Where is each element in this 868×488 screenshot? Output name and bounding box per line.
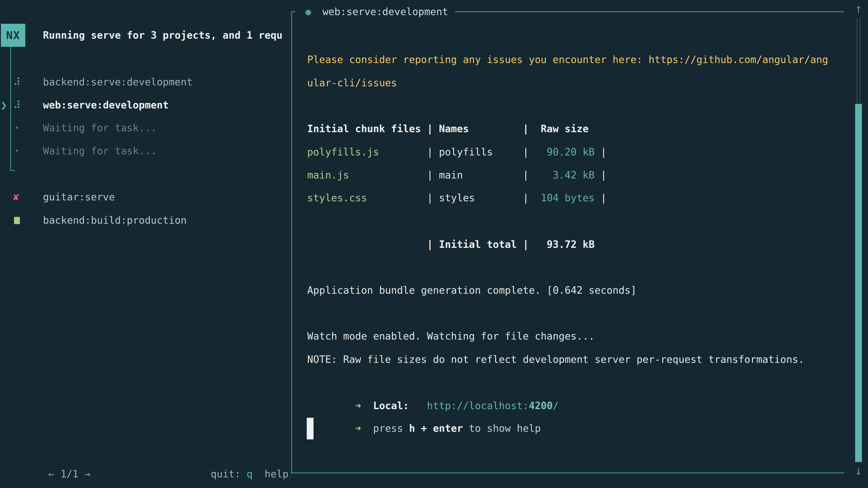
task-label: guitar:serve [43,186,115,208]
task-label: Waiting for task... [43,139,157,162]
nx-tui-screen: NX Running serve for 3 projects, and 1 r… [0,0,868,488]
bundle-complete-line: Application bundle generation complete. … [307,279,637,302]
pager: ←1/1→ [12,440,90,462]
chunk-table-header-text: Initial chunk files | Names | Raw size [307,123,589,134]
watch-mode-line: Watch mode enabled. Watching for file ch… [307,325,595,348]
local-url-line: ➜ Local: http://localhost:4200/ [307,371,559,394]
quit-hint-label: quit: [211,468,247,480]
scrollbar-thumb[interactable] [855,104,862,462]
help-key-combo: h + enter [409,422,463,434]
task-sidebar: NX Running serve for 3 projects, and 1 r… [0,0,291,488]
chunk-name: styles [439,192,523,203]
chunk-file-name: polyfills.js [307,146,427,158]
chunk-name: main [439,169,523,181]
column-separator: | [427,169,439,181]
nx-logo: NX [1,24,25,47]
selected-pointer-icon: ❯ [1,94,7,117]
running-status-icon: ● [305,0,311,23]
spinner-icon: ⠼ [13,94,21,117]
chunk-table-header: Initial chunk files | Names | Raw size [307,117,589,140]
task-item[interactable]: backend:build:production [0,209,291,232]
chunk-file-name: styles.css [307,192,427,203]
chunk-raw-size: 3.42 kB [535,169,595,181]
chunk-file-name: main.js [307,169,427,181]
scrollbar-up-icon[interactable]: ↑ [851,0,866,17]
column-separator: | [523,169,535,181]
page-indicator: 1/1 [60,468,78,480]
chunk-raw-size: 104 bytes [535,192,595,203]
issue-notice-line-2: ular-cli/issues [307,71,397,94]
scrollbar-down-icon[interactable]: ↓ [851,463,866,479]
column-separator: | [523,192,535,203]
indent [343,422,355,434]
gap [361,422,373,434]
pager-prev-icon[interactable]: ← [49,468,55,480]
quit-key: q [247,468,253,480]
keyboard-hints: quit: q help: ? [175,440,291,462]
cross-icon: ✘ [13,186,19,208]
issue-notice-line-1: Please consider reporting any issues you… [307,48,828,71]
note-line: NOTE: Raw file sizes do not reflect deve… [307,348,804,371]
output-panel-header: ● web:serve:development [295,0,455,23]
task-label: backend:build:production [43,209,187,232]
pager-next-icon[interactable]: → [85,468,91,480]
task-tree-line-foot [10,170,15,171]
initial-total-text: | Initial total | 93.72 kB [307,238,595,250]
square-icon [14,217,20,224]
task-label: web:serve:development [43,94,168,117]
arrow-icon: ➜ [355,422,361,434]
chunk-table-row: styles.css | styles | 104 bytes | [307,186,607,209]
task-item[interactable]: ·Waiting for task... [0,139,291,162]
output-panel-title: web:serve:development [322,0,448,23]
hint-separator [252,468,265,480]
dot-icon: · [14,116,20,139]
column-separator: | [427,146,439,158]
task-item[interactable]: ⠼backend:serve:development [0,70,291,94]
help-hint-line: ➜ press h + enter to show help [307,394,541,417]
dot-icon: · [14,139,20,162]
chunk-table-row: polyfills.js | polyfills | 90.20 kB | [307,140,607,164]
column-separator: | [595,192,607,203]
task-item[interactable]: ✘guitar:serve [0,186,291,208]
task-label: Waiting for task... [43,116,157,139]
run-summary-title: Running serve for 3 projects, and 1 requ [43,24,283,47]
column-separator: | [595,169,607,181]
chunk-table-row: main.js | main | 3.42 kB | [307,164,607,187]
help-hint-label: help: [265,468,291,480]
task-label: backend:serve:development [43,70,193,94]
help-suffix-text: to show help [463,422,541,434]
column-separator: | [595,146,607,158]
chunk-raw-size: 90.20 kB [535,146,595,158]
column-separator: | [523,146,535,158]
spinner-icon: ⠼ [13,70,21,94]
task-item[interactable]: ❯⠼web:serve:development [0,94,291,117]
chunk-table-total-row: | Initial total | 93.72 kB [307,233,595,256]
chunk-name: polyfills [439,146,523,158]
task-item[interactable]: ·Waiting for task... [0,116,291,139]
press-text: press [373,422,409,434]
task-output-panel: ● web:serve:development Please consider … [291,11,844,473]
terminal-cursor [307,418,313,440]
column-separator: | [427,192,439,203]
